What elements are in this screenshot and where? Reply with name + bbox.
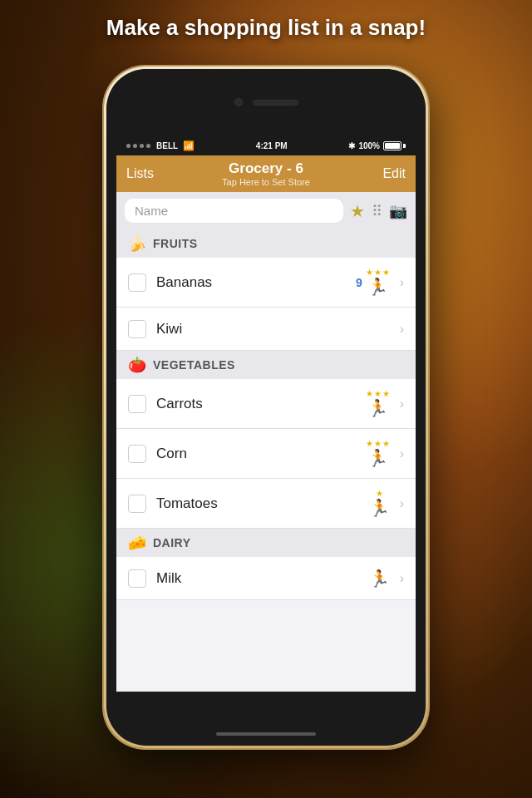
speaker-slot bbox=[253, 100, 298, 106]
runner-figure-milk: 🏃 bbox=[369, 569, 390, 589]
phone-top-bar bbox=[106, 69, 426, 135]
tomatoes-stars-runner: ★ 🏃 bbox=[369, 489, 390, 518]
battery-nub bbox=[403, 144, 406, 148]
status-left: BELL 📶 bbox=[126, 140, 195, 151]
tomatoes-name: Tomatoes bbox=[156, 495, 369, 512]
home-indicator[interactable] bbox=[216, 732, 316, 736]
barcode-button[interactable]: ⠿ bbox=[372, 202, 382, 220]
phone-frame: BELL 📶 4:21 PM ✱ 100% bbox=[104, 66, 428, 748]
list-item[interactable]: Milk 🏃 › bbox=[116, 557, 416, 600]
star-1: ★ bbox=[376, 489, 383, 498]
kiwi-checkbox[interactable] bbox=[128, 320, 146, 338]
star-2: ★ bbox=[374, 439, 382, 448]
bananas-stars-runner: ★ ★ ★ 🏃 bbox=[366, 268, 390, 297]
dairy-emoji: 🧀 bbox=[128, 534, 146, 552]
fruits-emoji: 🍌 bbox=[128, 234, 146, 253]
camera-button[interactable]: 📷 bbox=[389, 202, 407, 220]
kiwi-chevron: › bbox=[400, 322, 404, 337]
signal-dot-3 bbox=[140, 144, 144, 148]
nav-subtitle[interactable]: Tap Here to Set Store bbox=[222, 177, 310, 187]
battery-percent: 100% bbox=[358, 141, 380, 150]
bluetooth-icon: ✱ bbox=[348, 141, 355, 150]
corn-checkbox[interactable] bbox=[128, 445, 146, 463]
milk-chevron: › bbox=[400, 571, 404, 586]
fruits-label: FRUITS bbox=[153, 237, 198, 250]
bananas-name: Bananas bbox=[156, 274, 356, 291]
kiwi-name: Kiwi bbox=[156, 321, 390, 337]
status-time: 4:21 PM bbox=[256, 141, 288, 150]
battery-bar bbox=[383, 141, 401, 150]
nav-title: Grocery - 6 bbox=[229, 160, 303, 177]
carrier-label: BELL bbox=[156, 141, 178, 150]
corn-name: Corn bbox=[156, 446, 366, 462]
corn-stars-runner: ★ ★ ★ 🏃 bbox=[366, 439, 390, 468]
milk-checkbox[interactable] bbox=[128, 569, 146, 588]
phone-inner: BELL 📶 4:21 PM ✱ 100% bbox=[106, 69, 426, 746]
edit-button[interactable]: Edit bbox=[372, 166, 406, 181]
dairy-label: DAIRY bbox=[153, 536, 191, 549]
vegetables-emoji: 🍅 bbox=[128, 356, 146, 374]
star-1: ★ bbox=[366, 439, 373, 448]
wifi-icon: 📶 bbox=[183, 140, 195, 151]
milk-meta: 🏃 bbox=[369, 569, 390, 589]
runner-figure-tomatoes: 🏃 bbox=[369, 498, 390, 518]
tomatoes-checkbox[interactable] bbox=[128, 495, 146, 513]
signal-dot-4 bbox=[146, 144, 150, 148]
tomatoes-chevron: › bbox=[400, 496, 404, 511]
category-vegetables-header: 🍅 VEGETABLES bbox=[116, 351, 416, 379]
carrots-meta: ★ ★ ★ 🏃 bbox=[366, 389, 390, 418]
bananas-meta: 9 ★ ★ ★ 🏃 bbox=[356, 268, 390, 297]
category-dairy-header: 🧀 DAIRY bbox=[116, 529, 416, 557]
battery-indicator bbox=[383, 141, 406, 150]
status-right: ✱ 100% bbox=[348, 141, 406, 150]
lists-button[interactable]: Lists bbox=[126, 166, 160, 181]
bananas-checkbox[interactable] bbox=[128, 273, 146, 292]
star-button[interactable]: ★ bbox=[350, 201, 365, 221]
corn-meta: ★ ★ ★ 🏃 bbox=[366, 439, 390, 468]
navigation-bar: Lists Grocery - 6 Tap Here to Set Store … bbox=[116, 155, 416, 192]
vegetables-label: VEGETABLES bbox=[153, 358, 235, 372]
star-3: ★ bbox=[382, 389, 390, 398]
app-headline: Make a shopping list in a snap! bbox=[0, 15, 532, 41]
list-item[interactable]: Bananas 9 ★ ★ ★ 🏃 › bbox=[116, 258, 416, 308]
list-item[interactable]: Tomatoes ★ 🏃 › bbox=[116, 479, 416, 529]
star-1: ★ bbox=[366, 389, 373, 398]
grocery-list: 🍌 FRUITS Bananas 9 ★ ★ ★ bbox=[116, 229, 416, 674]
list-item[interactable]: Carrots ★ ★ ★ 🏃 › bbox=[116, 379, 416, 429]
carrots-name: Carrots bbox=[156, 396, 366, 412]
nav-title-group: Grocery - 6 Tap Here to Set Store bbox=[222, 160, 310, 187]
runner-figure-bananas: 🏃 bbox=[367, 277, 388, 297]
list-item[interactable]: Corn ★ ★ ★ 🏃 › bbox=[116, 429, 416, 479]
carrots-stars-runner: ★ ★ ★ 🏃 bbox=[366, 389, 390, 418]
status-bar: BELL 📶 4:21 PM ✱ 100% bbox=[116, 135, 416, 155]
star-2: ★ bbox=[374, 389, 382, 398]
signal-dot-1 bbox=[126, 144, 131, 148]
star-3: ★ bbox=[382, 439, 390, 448]
star-3: ★ bbox=[382, 268, 390, 277]
nav-top-row: Lists Grocery - 6 Tap Here to Set Store … bbox=[126, 160, 406, 187]
list-item[interactable]: Kiwi › bbox=[116, 308, 416, 351]
corn-chevron: › bbox=[400, 446, 404, 461]
screen: BELL 📶 4:21 PM ✱ 100% bbox=[116, 135, 416, 692]
battery-fill bbox=[385, 143, 400, 149]
carrots-chevron: › bbox=[400, 397, 404, 411]
front-camera bbox=[234, 98, 243, 106]
runner-figure-corn: 🏃 bbox=[367, 448, 388, 468]
signal-dot-2 bbox=[133, 144, 137, 148]
star-1: ★ bbox=[366, 268, 373, 277]
milk-name: Milk bbox=[156, 570, 369, 587]
runner-figure-carrots: 🏃 bbox=[367, 398, 388, 418]
tomatoes-meta: ★ 🏃 bbox=[369, 489, 390, 518]
bananas-chevron: › bbox=[400, 275, 404, 290]
category-fruits-header: 🍌 FRUITS bbox=[116, 229, 416, 258]
search-bar: Name ★ ⠿ 📷 bbox=[116, 192, 416, 229]
name-input[interactable]: Name bbox=[125, 199, 343, 223]
star-2: ★ bbox=[374, 268, 382, 277]
carrots-checkbox[interactable] bbox=[128, 395, 146, 413]
bananas-badge: 9 bbox=[356, 276, 362, 289]
